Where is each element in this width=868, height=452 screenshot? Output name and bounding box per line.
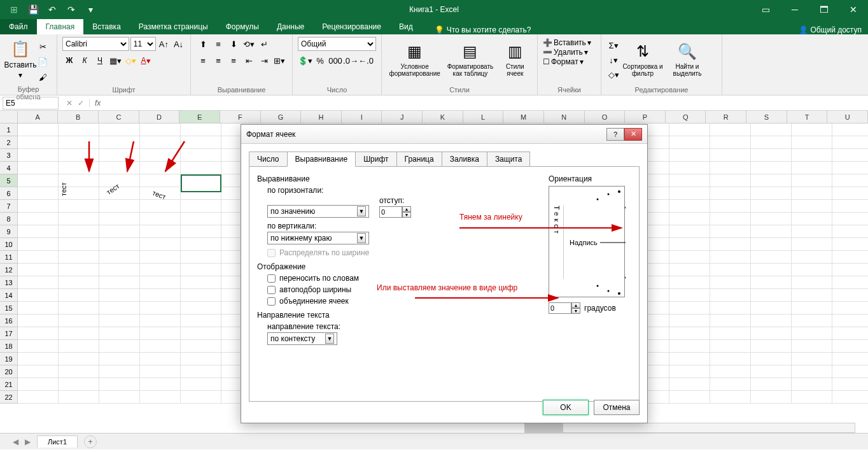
underline-button[interactable]: Ч — [93, 53, 107, 67]
bold-button[interactable]: Ж — [62, 53, 76, 67]
column-header[interactable]: F — [220, 111, 261, 124]
cell[interactable] — [99, 124, 140, 136]
cell[interactable] — [59, 302, 99, 314]
cell[interactable] — [832, 162, 868, 174]
save-button[interactable]: 💾 — [24, 2, 42, 17]
cell[interactable] — [792, 276, 832, 289]
cell[interactable] — [751, 251, 792, 264]
tab-file[interactable]: Файл — [0, 19, 37, 34]
format-cells-button[interactable]: ☐ Формат ▾ — [543, 57, 596, 66]
cell[interactable] — [751, 213, 792, 225]
column-header[interactable]: H — [301, 111, 342, 124]
align-left[interactable]: ≡ — [196, 53, 210, 67]
column-header[interactable]: B — [58, 111, 99, 124]
percent-button[interactable]: % — [313, 53, 327, 67]
cell[interactable] — [140, 378, 181, 391]
conditional-format-button[interactable]: ▦Условное форматирование — [387, 37, 442, 81]
row-header[interactable]: 17 — [0, 327, 18, 340]
cell[interactable] — [832, 174, 868, 187]
number-format[interactable]: Общий — [298, 37, 376, 51]
cell[interactable] — [669, 340, 710, 353]
comma-button[interactable]: 000 — [328, 53, 342, 67]
indent-button[interactable]: ⇥ — [257, 53, 271, 67]
copy-button[interactable]: 📄 — [36, 55, 50, 69]
align-right[interactable]: ≡ — [227, 53, 241, 67]
row-header[interactable]: 10 — [0, 238, 18, 251]
column-header[interactable]: E — [179, 111, 220, 124]
align-bottom[interactable]: ⬇ — [227, 37, 241, 51]
cell[interactable] — [792, 238, 832, 251]
cell[interactable] — [140, 302, 181, 314]
cell[interactable] — [140, 365, 181, 378]
cell[interactable] — [751, 302, 792, 314]
cell[interactable] — [140, 391, 181, 404]
cell[interactable] — [181, 327, 221, 340]
cell[interactable] — [18, 340, 59, 353]
cell[interactable] — [140, 289, 181, 302]
find-select-button[interactable]: 🔍Найти и выделить — [665, 37, 710, 81]
cell[interactable] — [832, 365, 868, 378]
column-header[interactable]: R — [706, 111, 746, 124]
cell[interactable] — [751, 340, 792, 353]
add-sheet-button[interactable]: + — [84, 435, 97, 448]
cell[interactable] — [140, 225, 181, 238]
cell[interactable] — [710, 276, 751, 289]
cell[interactable] — [18, 136, 59, 149]
cell[interactable] — [181, 238, 221, 251]
cell[interactable] — [751, 378, 792, 391]
cell[interactable] — [181, 225, 221, 238]
select-all-corner[interactable] — [0, 111, 18, 124]
fill-button[interactable]: ↓▾ — [606, 53, 620, 67]
merge-cells-checkbox[interactable] — [267, 297, 276, 306]
cell[interactable] — [710, 391, 751, 404]
cell[interactable] — [751, 353, 792, 365]
row-header[interactable]: 4 — [0, 162, 18, 174]
row-header[interactable]: 11 — [0, 251, 18, 264]
cell[interactable] — [751, 238, 792, 251]
cell[interactable] — [181, 365, 221, 378]
cell[interactable] — [140, 200, 181, 213]
cell[interactable] — [832, 124, 868, 136]
cell[interactable] — [832, 187, 868, 200]
row-header[interactable]: 22 — [0, 391, 18, 404]
cell[interactable] — [669, 391, 710, 404]
cell[interactable] — [832, 378, 868, 391]
font-name[interactable]: Calibri — [62, 37, 129, 51]
cell[interactable] — [669, 264, 710, 276]
cell[interactable] — [18, 289, 59, 302]
cell[interactable] — [59, 276, 99, 289]
cell[interactable] — [751, 314, 792, 327]
cell[interactable] — [669, 238, 710, 251]
cell[interactable] — [59, 289, 99, 302]
format-painter-button[interactable]: 🖌 — [36, 70, 50, 84]
column-header[interactable]: J — [382, 111, 423, 124]
row-header[interactable]: 6 — [0, 187, 18, 200]
cell[interactable] — [710, 264, 751, 276]
cell[interactable] — [751, 200, 792, 213]
cell[interactable] — [669, 289, 710, 302]
dlg-tab-number[interactable]: Число — [249, 152, 288, 167]
column-header[interactable]: T — [787, 111, 828, 124]
horizontal-scrollbar[interactable] — [524, 423, 855, 433]
row-header[interactable]: 19 — [0, 353, 18, 365]
column-header[interactable]: U — [827, 111, 868, 124]
cell[interactable] — [832, 340, 868, 353]
redo-button[interactable]: ↷ — [62, 2, 80, 17]
cell[interactable] — [751, 225, 792, 238]
row-header[interactable]: 14 — [0, 289, 18, 302]
cell[interactable] — [792, 353, 832, 365]
cell[interactable] — [59, 124, 99, 136]
cell[interactable] — [181, 200, 221, 213]
autosum-button[interactable]: Σ▾ — [606, 38, 620, 52]
cell[interactable] — [59, 340, 99, 353]
cell[interactable] — [751, 391, 792, 404]
cell[interactable] — [669, 378, 710, 391]
tell-me[interactable]: 💡Что вы хотите сделать? — [422, 25, 531, 34]
cell[interactable] — [669, 225, 710, 238]
cell[interactable] — [751, 162, 792, 174]
cell[interactable] — [792, 174, 832, 187]
cell[interactable] — [181, 391, 221, 404]
cell[interactable] — [832, 327, 868, 340]
cell[interactable] — [18, 264, 59, 276]
sheet-tab[interactable]: Лист1 — [37, 435, 78, 448]
